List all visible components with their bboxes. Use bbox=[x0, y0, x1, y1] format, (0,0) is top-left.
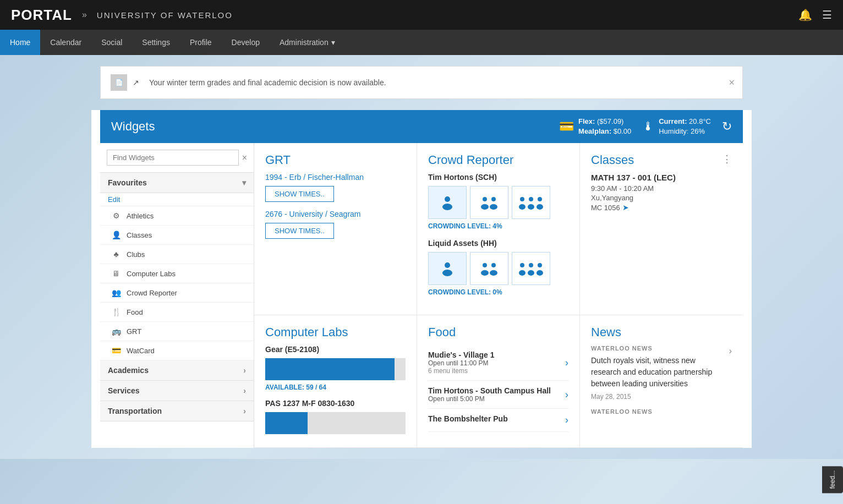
crowd-level-1: CROWDING LEVEL: 4% bbox=[428, 222, 568, 230]
crowd-icon-high[interactable] bbox=[512, 186, 550, 219]
sidebar-item-clubs[interactable]: ♣ Clubs bbox=[100, 245, 254, 264]
mealplan-label: Mealplan: bbox=[578, 127, 611, 135]
crowd-icon-low-2[interactable] bbox=[428, 252, 467, 285]
sidebar-item-food[interactable]: 🍴 Food bbox=[100, 303, 254, 322]
sidebar-item-athletics[interactable]: ⚙ Athletics bbox=[100, 206, 254, 226]
svg-point-17 bbox=[490, 270, 497, 276]
grt-title: GRT bbox=[265, 153, 406, 167]
crowd-icon-low[interactable] bbox=[428, 186, 467, 219]
food-item-2[interactable]: Tim Hortons - South Campus Hall Open unt… bbox=[428, 381, 568, 409]
services-section-header[interactable]: Services › bbox=[100, 381, 254, 401]
food-chevron-2: › bbox=[565, 389, 568, 401]
nav-settings[interactable]: Settings bbox=[132, 30, 180, 55]
food-title: Food bbox=[428, 325, 568, 339]
notification-link-icon[interactable]: ↗ bbox=[133, 78, 139, 87]
nav-administration[interactable]: Administration ▾ bbox=[270, 30, 345, 55]
crowd-icon-medium-2[interactable] bbox=[470, 252, 508, 285]
academics-section-header[interactable]: Academics › bbox=[100, 360, 254, 381]
sidebar-item-classes[interactable]: 👤 Classes bbox=[100, 226, 254, 245]
news-headline-1[interactable]: Dutch royals visit, witness new research… bbox=[591, 355, 724, 390]
show-times-btn-2[interactable]: SHOW TIMES.. bbox=[265, 223, 334, 239]
transportation-caret-icon: › bbox=[243, 407, 246, 415]
sidebar-athletics-label: Athletics bbox=[127, 212, 154, 220]
news-date-1: May 28, 2015 bbox=[591, 393, 724, 401]
flex-label: Flex: bbox=[578, 117, 595, 125]
lab1-name: Gear (E5-2108) bbox=[265, 345, 406, 354]
refresh-icon[interactable]: ↻ bbox=[722, 119, 732, 134]
food-hours-2: Open until 5:00 PM bbox=[428, 395, 565, 403]
crowd-icons-2 bbox=[428, 252, 568, 285]
news-chevron-1[interactable]: › bbox=[729, 346, 732, 356]
crowd-icon-medium[interactable] bbox=[470, 186, 508, 219]
nav-profile[interactable]: Profile bbox=[180, 30, 222, 55]
mealplan-icon: 💳 bbox=[559, 119, 574, 134]
top-bar-right: 🔔 ☰ bbox=[798, 8, 832, 21]
menu-icon[interactable]: ☰ bbox=[822, 8, 832, 21]
show-times-btn-1[interactable]: SHOW TIMES.. bbox=[265, 186, 334, 202]
class-room: MC 1056 ➤ bbox=[591, 203, 732, 212]
edit-favourites-button[interactable]: Edit bbox=[100, 193, 254, 206]
crowd-icon-high-2[interactable] bbox=[512, 252, 550, 285]
university-name: UNIVERSITY OF WATERLOO bbox=[97, 10, 233, 20]
close-icon[interactable]: × bbox=[729, 77, 735, 89]
sidebar-item-computer-labs[interactable]: 🖥 Computer Labs bbox=[100, 264, 254, 283]
crowd-location-2: Liquid Assets (HH) bbox=[428, 239, 568, 248]
grt-route1: 1994 - Erb / Fischer-Hallman bbox=[265, 173, 406, 182]
food-chevron-1: › bbox=[565, 357, 568, 369]
svg-point-1 bbox=[442, 204, 452, 210]
classes-icon: 👤 bbox=[111, 231, 121, 239]
svg-point-9 bbox=[528, 204, 534, 210]
search-box-wrap: × bbox=[100, 143, 254, 173]
food-name-2: Tim Hortons - South Campus Hall bbox=[428, 386, 565, 395]
sidebar-classes-label: Classes bbox=[127, 231, 152, 239]
svg-point-13 bbox=[442, 270, 452, 276]
svg-point-4 bbox=[491, 197, 496, 201]
mealplan-info: 💳 Flex: ($57.09) Mealplan: $0.00 bbox=[559, 117, 631, 136]
main-content: GRT 1994 - Erb / Fischer-Hallman SHOW TI… bbox=[254, 143, 743, 448]
svg-point-14 bbox=[483, 263, 487, 267]
crowd-reporter-icon: 👥 bbox=[111, 288, 121, 297]
transportation-section-header[interactable]: Transportation › bbox=[100, 401, 254, 421]
clear-search-icon[interactable]: × bbox=[242, 153, 247, 163]
lab2-bar-container bbox=[265, 412, 406, 434]
temp-value: 20.8°C bbox=[689, 117, 711, 125]
crowd-level-2-value: 0% bbox=[492, 288, 502, 296]
weather-info: 🌡 Current: 20.8°C Humidity: 26% bbox=[642, 117, 711, 136]
watcard-icon: 💳 bbox=[111, 346, 121, 355]
crowd-reporter-title: Crowd Reporter bbox=[428, 153, 568, 167]
bell-icon[interactable]: 🔔 bbox=[798, 8, 812, 21]
favourites-caret-icon: ▾ bbox=[242, 178, 246, 187]
nav-calendar[interactable]: Calendar bbox=[40, 30, 91, 55]
notification-text: Your winter term grades and final academ… bbox=[149, 78, 732, 87]
svg-point-3 bbox=[481, 204, 489, 210]
svg-point-19 bbox=[519, 270, 525, 276]
classes-menu-icon[interactable]: ⋮ bbox=[722, 153, 732, 165]
news-item-1: WATERLOO NEWS Dutch royals visit, witnes… bbox=[591, 345, 732, 401]
svg-point-22 bbox=[538, 263, 542, 267]
favourites-section-header[interactable]: Favourites ▾ bbox=[100, 173, 254, 193]
nav-home[interactable]: Home bbox=[0, 30, 40, 55]
lab1-available-value: 59 / 64 bbox=[306, 384, 326, 391]
svg-point-8 bbox=[529, 197, 533, 201]
temp-label: Current: bbox=[659, 117, 687, 125]
computer-labs-widget: Computer Labs Gear (E5-2108) AVAILABLE: … bbox=[254, 315, 417, 448]
news-source-2: WATERLOO NEWS bbox=[591, 408, 653, 415]
sidebar-item-grt[interactable]: 🚌 GRT bbox=[100, 322, 254, 341]
chevrons-icon: » bbox=[82, 10, 87, 20]
crowd-level-2: CROWDING LEVEL: 0% bbox=[428, 288, 568, 296]
nav-develop[interactable]: Develop bbox=[222, 30, 270, 55]
food-widget: Food Mudie's - Village 1 Open until 11:0… bbox=[417, 315, 580, 448]
svg-point-16 bbox=[491, 263, 496, 267]
top-bar-left: PORTAL » UNIVERSITY OF WATERLOO bbox=[11, 7, 233, 24]
navigate-icon[interactable]: ➤ bbox=[622, 203, 629, 212]
food-item-1[interactable]: Mudie's - Village 1 Open until 11:00 PM … bbox=[428, 345, 568, 381]
food-item-3[interactable]: The Bombshelter Pub › bbox=[428, 409, 568, 432]
food-icon: 🍴 bbox=[111, 308, 121, 316]
crowd-icons-1 bbox=[428, 186, 568, 219]
svg-point-5 bbox=[490, 204, 497, 210]
widgets-header: Widgets 💳 Flex: ($57.09) Mealplan: $0.00… bbox=[100, 110, 743, 143]
search-input[interactable] bbox=[107, 150, 239, 166]
sidebar-item-watcard[interactable]: 💳 WatCard bbox=[100, 341, 254, 360]
nav-social[interactable]: Social bbox=[91, 30, 132, 55]
sidebar-item-crowd-reporter[interactable]: 👥 Crowd Reporter bbox=[100, 283, 254, 303]
